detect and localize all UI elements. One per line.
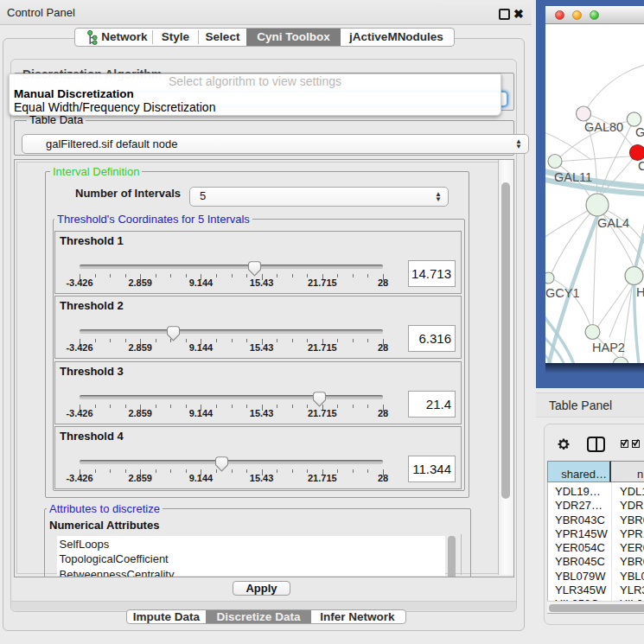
svg-text:GCY1: GCY1 [545,286,580,300]
svg-text:HAP2: HAP2 [592,341,625,354]
svg-text:GA: GA [635,125,644,139]
svg-text:GAL4: GAL4 [597,216,629,230]
svg-text:C: C [638,159,644,173]
svg-text:GAL11: GAL11 [554,170,592,184]
svg-text:H: H [636,285,644,299]
svg-text:GAL80: GAL80 [584,120,623,134]
